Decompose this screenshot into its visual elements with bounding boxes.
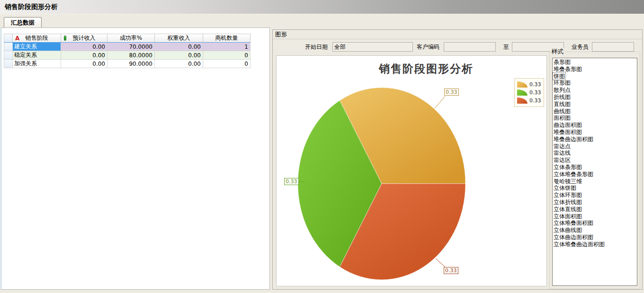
style-option[interactable]: 曲线图 xyxy=(553,108,637,115)
callout-line-red xyxy=(436,258,445,267)
chart-title: 销售阶段图形分析 xyxy=(295,62,557,76)
tab-summary-data[interactable]: 汇总数据 xyxy=(4,17,42,27)
style-option[interactable]: 环形图 xyxy=(553,80,637,87)
legend-swatch-orange xyxy=(517,81,528,88)
cell-weighted-income[interactable]: 0.00 xyxy=(155,60,203,68)
cell-stage[interactable]: 加强关系 xyxy=(13,60,61,68)
window-title: 销售阶段图形分析 xyxy=(5,3,58,11)
cell-expected-income[interactable]: 0.00 xyxy=(61,43,107,51)
window-title-bar: 销售阶段图形分析 xyxy=(0,0,644,14)
style-option[interactable]: 曲边面积图 xyxy=(553,122,637,129)
green-pill-icon xyxy=(64,36,66,41)
salesperson-input[interactable] xyxy=(592,42,634,52)
style-option[interactable]: 立体曲线图 xyxy=(553,227,637,234)
style-option[interactable]: 立体堆叠曲边面积图 xyxy=(553,241,637,248)
style-option[interactable]: 雷达点 xyxy=(553,143,637,150)
style-panel: 样式 条形图 堆叠条形图 饼图 环形图 散列点 折线图 直线图 曲线图 面积图 … xyxy=(549,52,640,289)
style-option[interactable]: 折线图 xyxy=(553,94,637,101)
pie-chart xyxy=(277,56,546,286)
legend-swatch-green xyxy=(517,89,528,96)
row-selector-cell[interactable] xyxy=(4,51,13,60)
data-label-orange: 0.33 xyxy=(444,89,459,96)
column-header-success-rate[interactable]: 成功率% xyxy=(107,34,155,43)
style-option[interactable]: 立体条形图 xyxy=(553,164,637,171)
style-option[interactable]: 散列点 xyxy=(553,87,637,94)
style-option[interactable]: 立体环形图 xyxy=(553,192,637,199)
style-option[interactable]: 堆叠条形图 xyxy=(553,66,637,73)
cell-expected-income[interactable]: 0.00 xyxy=(61,60,107,68)
customer-code-input[interactable] xyxy=(444,42,496,52)
cell-stage[interactable]: 建立关系 xyxy=(13,43,61,51)
table-row[interactable]: 加强关系 0.00 90.0000 0.00 0 xyxy=(4,60,250,68)
style-option[interactable]: 立体饼图 xyxy=(553,185,637,192)
cell-opportunity-count[interactable]: 0 xyxy=(203,51,250,60)
cell-opportunity-count[interactable]: 0 xyxy=(203,60,250,68)
cell-success-rate[interactable]: 70.0000 xyxy=(107,43,155,51)
customer-code-label: 客户编码 xyxy=(417,42,439,52)
style-option[interactable]: 立体堆叠条形图 xyxy=(553,171,637,178)
red-a-icon: A xyxy=(15,35,19,42)
style-option-selected[interactable]: 饼图 xyxy=(553,73,565,80)
row-selector-cell[interactable] xyxy=(4,43,13,51)
table-row[interactable]: 稳定关系 0.00 80.0000 0.00 0 xyxy=(4,51,250,60)
style-option[interactable]: 立体堆叠面积图 xyxy=(553,220,637,227)
style-panel-label: 样式 xyxy=(550,48,565,56)
summary-table-panel: A 销售阶段 预计收入 成功率% 权重收入 商机数量 建立关系 0.00 70.… xyxy=(1,27,270,290)
table-row[interactable]: 建立关系 0.00 70.0000 0.00 1 xyxy=(4,43,250,51)
data-label-green: 0.33 xyxy=(284,178,299,185)
graph-panel-caption: 图形 xyxy=(273,30,642,39)
column-header-expected-income[interactable]: 预计收入 xyxy=(61,34,107,43)
chart-legend: 0.33 0.33 0.33 xyxy=(514,78,544,107)
salesperson-label: 业务员 xyxy=(572,42,589,52)
style-option[interactable]: 立体曲边面积图 xyxy=(553,234,637,241)
style-option[interactable]: 堆叠曲边面积图 xyxy=(553,136,637,143)
graph-panel: 图形 开始日期 客户编码 至 业务员 xyxy=(272,29,643,290)
style-option[interactable]: 雷达线 xyxy=(553,150,637,157)
style-option[interactable]: 面积图 xyxy=(553,115,637,122)
style-list: 条形图 堆叠条形图 饼图 环形图 散列点 折线图 直线图 曲线图 面积图 曲边面… xyxy=(552,58,637,286)
column-header-stage[interactable]: A 销售阶段 xyxy=(13,34,61,43)
legend-swatch-red xyxy=(517,98,528,104)
legend-entry: 0.33 xyxy=(517,97,541,105)
sales-stage-table: A 销售阶段 预计收入 成功率% 权重收入 商机数量 建立关系 0.00 70.… xyxy=(4,34,250,68)
legend-entry: 0.33 xyxy=(517,89,541,97)
cell-success-rate[interactable]: 80.0000 xyxy=(107,51,155,60)
cell-stage[interactable]: 稳定关系 xyxy=(13,51,61,60)
style-option[interactable]: 立体折线图 xyxy=(553,199,637,206)
data-label-red: 0.33 xyxy=(444,267,458,274)
style-option[interactable]: 直线图 xyxy=(553,101,637,108)
legend-entry: 0.33 xyxy=(517,80,541,89)
cell-opportunity-count[interactable]: 1 xyxy=(203,43,250,51)
cell-expected-income[interactable]: 0.00 xyxy=(61,51,107,60)
style-option[interactable]: 立体直线图 xyxy=(553,206,637,213)
style-option[interactable]: 堆叠面积图 xyxy=(553,129,637,136)
cell-weighted-income[interactable]: 0.00 xyxy=(155,51,203,60)
table-header-row: A 销售阶段 预计收入 成功率% 权重收入 商机数量 xyxy=(4,34,250,43)
style-option[interactable]: 雷达区 xyxy=(553,157,637,164)
style-option[interactable]: 曼哈顿三维 xyxy=(553,178,637,185)
row-selector-header xyxy=(4,34,13,43)
chart-area: 销售阶段图形分析 0.33 0.33 0.33 0.33 0.33 0.33 xyxy=(276,55,547,286)
cell-weighted-income[interactable]: 0.00 xyxy=(155,43,203,51)
start-date-label: 开始日期 xyxy=(305,42,328,52)
style-option[interactable]: 条形图 xyxy=(553,59,637,66)
row-selector-cell[interactable] xyxy=(4,60,13,68)
cell-success-rate[interactable]: 90.0000 xyxy=(107,60,155,68)
column-header-weighted-income[interactable]: 权重收入 xyxy=(155,34,203,43)
start-date-input[interactable] xyxy=(332,42,413,52)
style-option[interactable]: 立体面积图 xyxy=(553,213,637,220)
callout-line-orange xyxy=(435,96,445,108)
to-label: 至 xyxy=(503,42,509,52)
column-header-opportunity-count[interactable]: 商机数量 xyxy=(203,34,250,43)
tab-strip: 汇总数据 xyxy=(0,14,644,27)
